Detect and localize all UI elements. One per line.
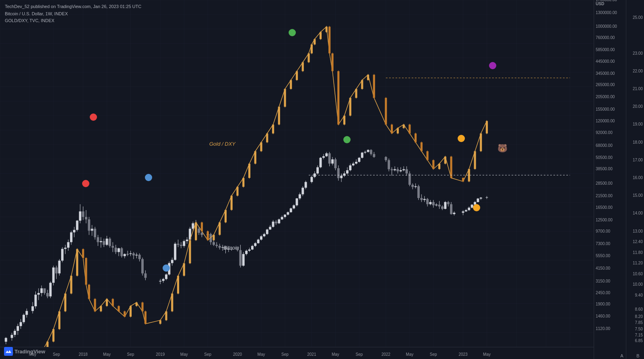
scale-label: 7.15 xyxy=(635,333,643,337)
scale-label: 13.00 xyxy=(633,229,643,233)
price-label: 3150.00 xyxy=(596,279,610,283)
scale-label: 18.00 xyxy=(633,140,643,144)
gold-dxy-label: Gold / DXY xyxy=(209,141,235,147)
publish-info: TechDev_52 published on TradingView.com,… xyxy=(5,3,141,10)
symbol-info-gold: GOLD/DXY, TVC, INDEX xyxy=(5,17,141,25)
time-label: 2023 xyxy=(458,352,467,357)
marker-red-top-2018 xyxy=(90,113,97,121)
price-label: 16500.00 xyxy=(596,206,613,210)
scale-label: 9.40 xyxy=(635,293,643,297)
time-label: 2021 xyxy=(307,352,316,357)
scale-label: 14.00 xyxy=(633,211,643,215)
marker-blue-low-2019 xyxy=(163,264,170,272)
marker-red-low-2018 xyxy=(82,180,89,187)
time-label: May xyxy=(483,352,491,357)
tv-logo-icon xyxy=(4,347,13,356)
right-axis-usd: USD 1700000.001300000.001000000.00760000… xyxy=(594,0,626,359)
symbol-info-btc: Bitcoin / U.S. Dollar, 1W, INDEX xyxy=(5,10,141,18)
price-label: 50500.00 xyxy=(596,156,613,160)
marker-blue-top-2019 xyxy=(145,174,152,181)
header-info: TechDev_52 published on TradingView.com,… xyxy=(5,3,141,25)
marker-orange-top-2022 xyxy=(458,135,465,142)
price-label: 5550.00 xyxy=(596,254,610,258)
time-label: Sep xyxy=(127,352,134,357)
marker-purple-2023 xyxy=(489,62,496,69)
price-label: 1900.00 xyxy=(596,302,610,306)
price-label: 205000.00 xyxy=(596,95,615,99)
time-label: 2020 xyxy=(233,352,242,357)
scale-label: 7.50 xyxy=(635,327,643,331)
chart-container: TechDev_52 published on TradingView.com,… xyxy=(0,0,644,359)
time-label: May xyxy=(180,352,188,357)
marker-green-low-2021 xyxy=(343,136,351,143)
time-label: 2018 xyxy=(78,352,87,357)
scale-label: 11.80 xyxy=(633,251,643,255)
time-label: 2022 xyxy=(382,352,390,357)
scale-label: 8.60 xyxy=(635,307,643,312)
price-label: 760000.00 xyxy=(596,36,615,40)
price-label: 28500.00 xyxy=(596,182,613,186)
marker-green-top-2021 xyxy=(289,29,296,36)
scale-label: 10.00 xyxy=(633,283,643,287)
scale-label: 12.40 xyxy=(633,240,643,244)
scale-label: 6.85 xyxy=(635,339,643,343)
scale-label: 7.85 xyxy=(635,321,643,325)
label-b: B xyxy=(634,353,642,358)
tradingview-logo: TradingView xyxy=(4,347,45,356)
scale-label: 25.00 xyxy=(633,16,643,20)
scale-label: 17.00 xyxy=(633,158,643,162)
price-label: 1460.00 xyxy=(596,314,610,318)
price-chart xyxy=(0,0,594,347)
bear-icon: 🐻 xyxy=(497,143,508,153)
time-label: May xyxy=(103,352,111,357)
scale-label: 22.00 xyxy=(633,69,643,73)
price-label: 120000.00 xyxy=(596,119,615,123)
svg-rect-0 xyxy=(4,347,13,356)
time-label: Sep xyxy=(281,352,289,357)
price-label: 1120.00 xyxy=(596,327,610,331)
price-label: 68000.00 xyxy=(596,144,613,148)
tradingview-text: TradingView xyxy=(14,349,45,355)
label-a: A xyxy=(617,353,626,358)
price-label: 4150.00 xyxy=(596,266,610,270)
scale-label: 15.00 xyxy=(633,194,643,198)
scale-label: 16.00 xyxy=(633,176,643,180)
scale-label: 8.20 xyxy=(635,315,643,319)
price-label: 9700.00 xyxy=(596,229,610,233)
time-label: 2019 xyxy=(156,352,165,357)
time-label: Sep xyxy=(53,352,60,357)
price-label: 12500.00 xyxy=(596,218,613,222)
price-label: 265000.00 xyxy=(596,83,615,87)
price-label: 2450.00 xyxy=(596,291,610,295)
time-label: Sep xyxy=(430,352,437,357)
usd-header: USD xyxy=(596,2,604,6)
price-label: 7300.00 xyxy=(596,242,610,246)
scale-label: 19.00 xyxy=(633,122,643,126)
time-label: Sep xyxy=(204,352,211,357)
time-label: May xyxy=(332,352,339,357)
far-right-scale: 25.0023.0022.0021.0020.0019.0018.0017.00… xyxy=(626,0,644,359)
time-label: Sep xyxy=(355,352,363,357)
price-label: 585000.00 xyxy=(596,48,615,52)
scale-label: 20.00 xyxy=(633,105,643,109)
price-label: 38500.00 xyxy=(596,167,613,171)
price-label: 1000000.00 xyxy=(596,25,617,29)
price-label: 155000.00 xyxy=(596,107,615,111)
price-label: 445000.00 xyxy=(596,60,615,64)
marker-orange-low-2022 xyxy=(473,204,480,211)
time-axis: 2017MaySep2018MaySep2019MaySep2020MaySep… xyxy=(0,347,594,359)
scale-label: 21.00 xyxy=(633,87,643,91)
scale-label: 10.60 xyxy=(633,272,643,276)
price-label: 92000.00 xyxy=(596,131,613,135)
price-label: 21500.00 xyxy=(596,194,613,198)
price-label: 1700000.00 xyxy=(596,0,617,2)
scale-label: 23.00 xyxy=(633,52,643,56)
scale-label: 11.20 xyxy=(633,261,643,265)
time-label: May xyxy=(258,352,265,357)
price-label: 1300000.00 xyxy=(596,11,617,15)
price-label: 345000.00 xyxy=(596,72,615,76)
time-label: May xyxy=(406,352,413,357)
bitcoin-label: Bitcoin xyxy=(223,245,239,251)
